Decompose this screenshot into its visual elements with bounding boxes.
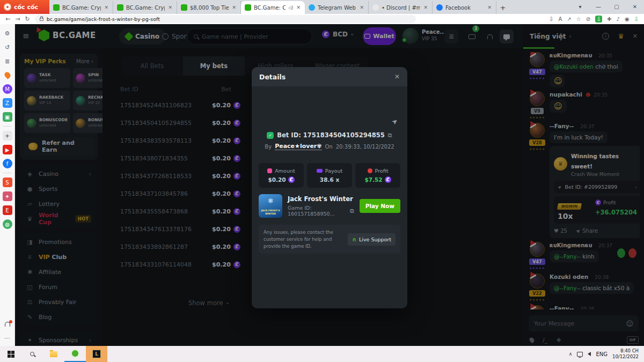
coccoc-taskbar-icon[interactable] xyxy=(64,346,86,362)
rain-tip-icon[interactable] xyxy=(529,337,536,344)
browser-tab[interactable]: BC.Game: Crypto Casino ◁) ✕ xyxy=(49,1,113,14)
tab-close-icon[interactable]: ✕ xyxy=(231,5,237,10)
chat-rules-icon[interactable]: ∕_ xyxy=(543,337,547,344)
new-tab-button[interactable]: + xyxy=(496,1,509,14)
chat-username[interactable]: --Fany-- xyxy=(550,123,574,129)
messenger-icon[interactable]: M xyxy=(3,84,12,94)
chat-mention[interactable]: @--Fany-- xyxy=(554,285,581,291)
send-to-device-icon[interactable]: ⇩ xyxy=(549,16,553,22)
show-more-button[interactable]: Show more › xyxy=(188,299,229,307)
chat-username[interactable]: --Fany-- xyxy=(550,305,574,309)
modal-close-icon[interactable]: ✕ xyxy=(394,73,400,80)
league-of-legends-icon[interactable]: L xyxy=(86,346,107,362)
language-indicator[interactable]: ENG xyxy=(596,351,608,357)
refer-and-earn[interactable]: Refer and Earn xyxy=(24,137,93,156)
vip-perk-tile[interactable]: BONUSCODEunlocked xyxy=(24,113,70,133)
facebook-icon[interactable]: f xyxy=(3,159,12,168)
vip-perk-tile[interactable]: RECHARGEVIP 22 xyxy=(73,91,103,110)
vip-perk-tile[interactable]: RAKEBACKVIP 14 xyxy=(24,91,70,110)
forward-icon[interactable]: → xyxy=(15,16,20,23)
gamepad-icon[interactable]: ▣ xyxy=(3,112,12,122)
copy-icon[interactable]: ⧉ xyxy=(388,132,392,139)
chat-info-icon[interactable]: i xyxy=(602,33,609,40)
youtube-icon[interactable]: ▶ xyxy=(3,145,12,154)
chat-username[interactable]: nupakachi xyxy=(550,91,582,98)
browser-tab[interactable]: Telegram Web ◁) ✕ xyxy=(305,1,369,14)
bcgame-logo[interactable]: BC.GAME xyxy=(39,29,96,41)
taskbar-search-icon[interactable] xyxy=(21,346,43,362)
sidebar-item-sports[interactable]: ● Sports xyxy=(20,181,98,196)
header-username[interactable]: Peace... xyxy=(422,29,446,35)
start-button[interactable] xyxy=(0,346,21,362)
chat-username[interactable]: ʀᴜKingmenʀᴜ xyxy=(550,52,592,58)
avatar[interactable] xyxy=(530,242,545,257)
volume-icon[interactable] xyxy=(588,352,591,356)
more-icon[interactable]: ⋯ xyxy=(3,333,12,343)
user-avatar[interactable] xyxy=(402,28,419,44)
browser-rail-icon[interactable] xyxy=(3,126,12,127)
currency-selector[interactable]: Ȼ BCD › xyxy=(322,31,353,38)
tab-close-icon[interactable]: ✕ xyxy=(423,5,428,10)
game-thumbnail[interactable]: JACK FROST'S WINTER xyxy=(259,194,282,218)
zalo-icon[interactable]: Z xyxy=(3,98,12,108)
avatar[interactable] xyxy=(530,305,545,309)
media-icon[interactable]: ♪ xyxy=(616,16,619,22)
close-window-button[interactable]: ✕ xyxy=(626,0,644,14)
avatar[interactable] xyxy=(530,123,545,138)
address-field[interactable]: bc.game/game/jack-frost-s-winter-by-pg-s… xyxy=(35,15,416,23)
chat-language-selector[interactable]: Tiếng việt xyxy=(530,33,566,40)
tab-close-icon[interactable]: ✕ xyxy=(296,5,301,10)
shopee-icon[interactable]: S xyxy=(3,178,12,187)
chat-username[interactable]: Kozuki oden xyxy=(550,274,588,280)
notifications-bell-icon[interactable] xyxy=(3,319,12,329)
reload-icon[interactable]: ↻ xyxy=(25,16,30,23)
back-icon[interactable]: ← xyxy=(5,16,10,23)
sidebar-item-provably-fair[interactable]: ⚖ Provably Fair xyxy=(20,294,98,309)
win-card-bet-id[interactable]: ➤ Bet ID: #209952899 › xyxy=(554,181,640,193)
play-now-button[interactable]: Play Now xyxy=(360,199,400,213)
history-icon[interactable]: ↺ xyxy=(3,42,12,52)
network-icon[interactable] xyxy=(577,352,583,357)
sidebar-item-vip-club[interactable]: ♕ VIP Club xyxy=(20,249,98,264)
tab-close-icon[interactable]: ✕ xyxy=(487,5,492,10)
gif-button[interactable]: GIF xyxy=(627,336,639,344)
maximize-button[interactable]: ▢ xyxy=(608,0,626,14)
share-icon[interactable]: ↗ xyxy=(567,16,571,22)
win-card[interactable]: ♛ Winning tastes sweet!Crash Wow Moment … xyxy=(550,146,640,238)
tray-expand-icon[interactable]: ∧ xyxy=(569,351,573,357)
extensions-icon[interactable]: ✚ xyxy=(607,16,611,22)
tab-close-icon[interactable]: ✕ xyxy=(359,5,364,10)
chat-close-icon[interactable]: ✕ xyxy=(633,33,638,40)
browser-rail-icon[interactable] xyxy=(3,173,12,173)
game-app-icon[interactable]: ✦ xyxy=(3,191,12,201)
emoji-picker-icon[interactable]: ☺ xyxy=(626,320,633,328)
chat-mention[interactable]: @--Fany-- xyxy=(554,253,581,260)
live-support-button[interactable]: ∩ Live Support xyxy=(348,233,396,246)
reading-list-icon[interactable]: ≣ xyxy=(3,56,12,66)
bets-tab[interactable]: All Bets xyxy=(121,56,183,76)
hamburger-menu-icon[interactable]: ≡ xyxy=(23,31,30,41)
sidebar-item-casino[interactable]: ◈ Casino › xyxy=(20,166,98,181)
translate-icon[interactable]: A xyxy=(559,16,562,22)
tab-search-icon[interactable]: ▾ xyxy=(571,0,589,14)
settings-icon[interactable]: ⚙ xyxy=(3,28,12,38)
bookmark-star-icon[interactable]: ☆ xyxy=(576,16,581,22)
avatar[interactable] xyxy=(530,52,545,67)
browser-tab[interactable]: $8,000 Top Tier PGSoft M ◁) ✕ xyxy=(177,1,241,14)
chat-message-input[interactable]: Your Message ☺ xyxy=(529,315,639,331)
vip-perk-tile[interactable]: SPINunlocked xyxy=(73,68,103,88)
sidebar-item-affiliate[interactable]: ✱ Affiliate xyxy=(20,264,98,279)
sidebar-item-forum[interactable]: ◫ Forum xyxy=(20,279,98,294)
vip-perk-tile[interactable]: TASKunlocked xyxy=(24,68,70,88)
browser-tab[interactable]: • Discord | #mod-anno ◁) ✕ xyxy=(369,1,433,14)
browser-tab[interactable]: Facebook ◁) ✕ xyxy=(433,1,496,14)
browser-tab[interactable]: BC.Game: Crypto Cas ◁) ✕ xyxy=(241,1,305,14)
mail-icon[interactable]: 3 xyxy=(465,29,479,43)
downloads-icon[interactable]: ⇩ xyxy=(634,16,639,22)
sidebar-item-sponsorships[interactable]: ✦ Sponsorships › xyxy=(20,333,98,346)
avatar[interactable] xyxy=(530,91,545,106)
tab-close-icon[interactable]: ✕ xyxy=(167,5,173,10)
share-icon[interactable]: ➤ xyxy=(390,116,400,127)
sidebar-item-blog[interactable]: ✎ Blog xyxy=(20,309,98,324)
file-explorer-icon[interactable] xyxy=(43,346,64,362)
